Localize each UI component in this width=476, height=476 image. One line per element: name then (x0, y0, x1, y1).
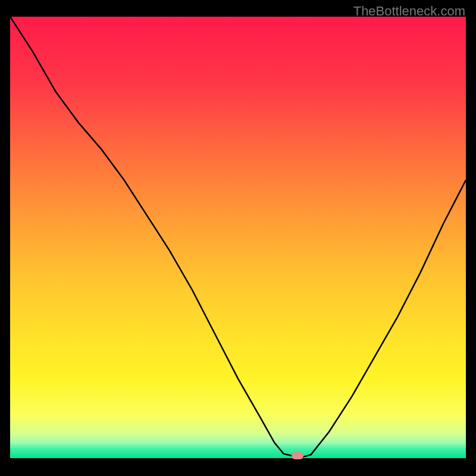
chart-svg (10, 17, 466, 458)
chart-background (10, 17, 466, 458)
watermark-text: TheBottleneck.com (353, 4, 465, 19)
chart-canvas (10, 17, 466, 458)
optimal-marker (292, 452, 303, 459)
